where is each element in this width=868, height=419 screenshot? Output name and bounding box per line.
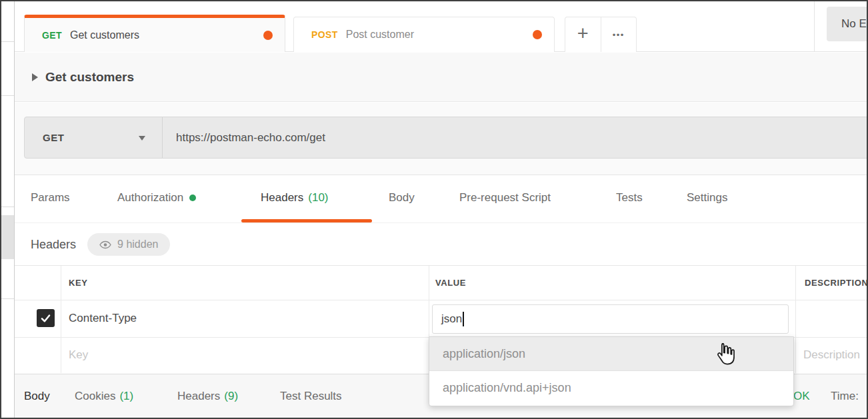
divider <box>0 298 14 299</box>
headers-panel-header: Headers 9 hidden <box>14 224 868 265</box>
method-dropdown[interactable]: GET <box>25 117 163 158</box>
sidebar-edge <box>0 0 15 419</box>
tab-post-customer[interactable]: POST Post customer <box>293 17 555 52</box>
tab-label: Body <box>389 191 415 205</box>
more-options-button[interactable]: ••• <box>601 17 637 52</box>
autocomplete-dropdown: application/json application/vnd.api+jso… <box>429 336 794 406</box>
tab-label: Settings <box>687 191 727 205</box>
method-selected: GET <box>43 132 64 143</box>
method-badge-get: GET <box>42 30 62 41</box>
tab-title: Post customer <box>346 29 533 41</box>
new-key-placeholder[interactable]: Key <box>69 337 88 373</box>
tab-label: Test Results <box>280 390 342 403</box>
column-header-value: VALUE <box>435 266 466 300</box>
tab-headers[interactable]: Headers(10) <box>261 176 329 220</box>
tab-label: Params <box>31 191 70 205</box>
sidebar-item-fragment <box>0 215 14 259</box>
unsaved-changes-dot <box>533 30 542 39</box>
tab-count: (9) <box>224 390 238 403</box>
column-header-description: DESCRIPTION <box>805 266 868 300</box>
tab-settings[interactable]: Settings <box>687 176 727 220</box>
tab-actions: + ••• <box>565 17 637 52</box>
divider <box>0 95 14 96</box>
new-tab-button[interactable]: + <box>565 17 601 52</box>
column-header-key: KEY <box>69 266 88 300</box>
tab-params[interactable]: Params <box>31 176 70 220</box>
tab-title: Get customers <box>70 29 263 41</box>
environment-label: No E <box>841 17 867 31</box>
tab-label: Headers <box>261 191 303 205</box>
unsaved-changes-dot <box>263 31 273 40</box>
tab-label: Body <box>24 390 50 403</box>
request-tabbar: GET Get customers POST Post customer + •… <box>14 0 868 52</box>
checkmark-icon <box>39 312 52 324</box>
request-name: Get customers <box>45 70 134 85</box>
header-key-cell[interactable]: Content-Type <box>69 300 137 337</box>
new-description-placeholder[interactable]: Description <box>803 337 860 373</box>
tab-count: (10) <box>308 191 328 205</box>
tab-label: Tests <box>616 191 643 205</box>
response-tab-body[interactable]: Body <box>24 374 50 418</box>
header-value-input[interactable]: json <box>432 304 789 334</box>
tab-label: Authorization <box>117 191 183 205</box>
response-tab-cookies[interactable]: Cookies(1) <box>75 374 133 418</box>
collapse-arrow-icon[interactable] <box>32 73 38 81</box>
tab-pre-request-script[interactable]: Pre-request Script <box>459 176 551 220</box>
eye-icon <box>99 240 111 249</box>
tab-tests[interactable]: Tests <box>616 176 643 220</box>
response-time-label: Time: <box>831 374 859 418</box>
hand-cursor-icon <box>713 341 739 366</box>
autocomplete-option-vnd-api-json[interactable]: application/vnd.api+json <box>429 371 793 405</box>
tab-label: Headers <box>177 390 220 403</box>
active-tab-underline <box>241 219 372 222</box>
tab-body[interactable]: Body <box>389 176 415 220</box>
response-status: OK <box>793 374 810 418</box>
url-bar: GET https://postman-echo.com/get <box>24 117 868 159</box>
hidden-headers-toggle[interactable]: 9 hidden <box>87 233 170 256</box>
header-value-text: json <box>441 312 462 326</box>
tab-label: Cookies <box>75 390 115 403</box>
auth-configured-dot <box>189 195 196 201</box>
divider <box>61 266 61 373</box>
tab-get-customers[interactable]: GET Get customers <box>24 15 285 52</box>
response-tab-headers[interactable]: Headers(9) <box>177 374 238 418</box>
tab-count: (1) <box>119 390 133 403</box>
divider <box>0 207 14 207</box>
response-tab-test-results[interactable]: Test Results <box>280 374 342 418</box>
divider <box>14 300 868 300</box>
postman-window: GET Get customers POST Post customer + •… <box>0 0 868 419</box>
divider <box>0 41 14 42</box>
row-enabled-checkbox[interactable] <box>37 309 55 327</box>
request-name-section: Get customers <box>14 53 868 102</box>
environment-selector[interactable]: No E <box>827 7 868 41</box>
headers-panel-title: Headers <box>31 238 76 252</box>
hidden-headers-label: 9 hidden <box>117 238 158 250</box>
header-description-cell[interactable] <box>796 300 868 337</box>
autocomplete-option-application-json[interactable]: application/json <box>429 337 793 371</box>
url-input[interactable]: https://postman-echo.com/get <box>163 117 325 158</box>
tab-authorization[interactable]: Authorization <box>117 176 196 220</box>
chevron-down-icon <box>139 136 145 141</box>
text-caret <box>463 312 464 326</box>
request-tabs-section: Params Authorization Headers(10) Body Pr… <box>14 176 868 223</box>
method-badge-post: POST <box>311 29 338 40</box>
divider <box>814 0 815 51</box>
url-section: GET https://postman-echo.com/get <box>14 103 868 175</box>
tab-label: Pre-request Script <box>459 191 551 205</box>
